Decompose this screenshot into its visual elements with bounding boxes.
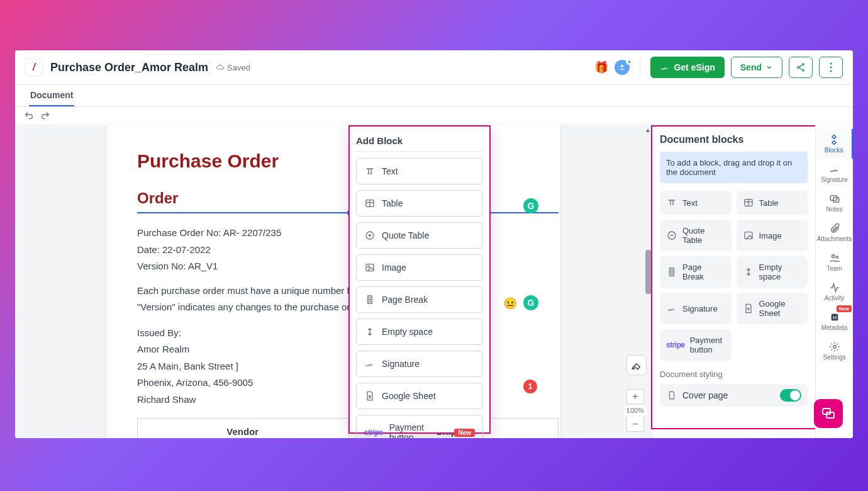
svg-rect-13	[745, 232, 752, 239]
block-payment-button[interactable]: stripe Payment button	[660, 329, 732, 361]
chevron-down-icon	[765, 64, 773, 71]
image-icon	[743, 230, 754, 241]
quote-table-icon	[364, 230, 376, 241]
paint-bucket-button[interactable]	[626, 355, 647, 375]
new-badge: New	[454, 429, 475, 437]
popup-item-empty-space[interactable]: Empty space	[356, 319, 483, 345]
svg-point-4	[830, 63, 832, 65]
scrollbar-thumb[interactable]	[645, 250, 652, 294]
new-badge: New	[837, 305, 852, 312]
gift-icon[interactable]: 🎁	[594, 60, 608, 74]
popup-item-page-break[interactable]: Page Break	[356, 286, 483, 313]
text-icon	[666, 197, 677, 208]
block-signature[interactable]: Signature	[660, 293, 732, 324]
table-icon	[743, 197, 754, 208]
emoji-neutral-icon[interactable]: 😐	[503, 296, 517, 310]
popup-item-google-sheet[interactable]: Google Sheet	[356, 383, 483, 409]
styling-header: Document styling	[660, 370, 808, 379]
block-image[interactable]: Image	[737, 220, 808, 251]
rail-notes[interactable]: Notes	[816, 188, 853, 218]
app-logo: /	[25, 59, 43, 76]
redo-button[interactable]	[40, 111, 50, 121]
empty-space-icon	[743, 266, 754, 278]
activity-icon	[829, 282, 840, 293]
popup-item-signature[interactable]: Signature	[356, 351, 483, 377]
undo-button[interactable]	[24, 111, 34, 121]
title-bar-actions: 🎁 Get eSign Send	[594, 57, 843, 78]
svg-point-20	[833, 346, 836, 349]
error-badge[interactable]: 1	[523, 380, 537, 393]
svg-point-16	[832, 255, 835, 258]
svg-point-2	[798, 67, 799, 69]
add-block-popup: Add Block Text Table Quote Table Image	[348, 125, 491, 434]
paperclip-icon	[829, 223, 840, 234]
tab-document[interactable]: Document	[29, 85, 74, 106]
stripe-icon: stripe	[364, 428, 383, 437]
svg-point-3	[803, 69, 804, 71]
right-rail: Blocks Signature Notes Attachments Team …	[815, 125, 853, 438]
svg-text:M: M	[832, 315, 836, 320]
chat-fab[interactable]	[814, 399, 843, 428]
empty-space-icon	[364, 326, 376, 337]
scroll-up-icon[interactable]: ▲	[645, 127, 651, 133]
rail-metadata[interactable]: New M Metadata	[816, 307, 853, 336]
google-sheet-icon	[364, 390, 376, 402]
text-icon	[364, 166, 376, 177]
rail-activity[interactable]: Activity	[816, 277, 853, 307]
block-page-break[interactable]: Page Break	[660, 256, 732, 288]
grammarly-icon[interactable]: G	[523, 295, 538, 310]
block-google-sheet[interactable]: Google Sheet	[737, 293, 808, 324]
document-canvas[interactable]: ▲ Purchase Order Order Purchase Order No…	[15, 125, 652, 438]
popup-title: Add Block	[356, 135, 483, 152]
svg-point-5	[830, 67, 832, 69]
share-button[interactable]	[789, 57, 813, 78]
title-bar: / Purchase Order_Amor Realm Saved 🎁 Get …	[15, 50, 853, 85]
block-table[interactable]: Table	[737, 191, 808, 215]
grammarly-icon[interactable]: G	[523, 198, 538, 213]
rail-team[interactable]: Team	[816, 247, 853, 277]
vendor-table[interactable]: Vendor Ship To	[137, 418, 559, 438]
tabs: Document	[15, 85, 853, 107]
popup-item-quote-table[interactable]: Quote Table	[356, 222, 483, 249]
signature-icon	[666, 303, 677, 314]
get-esign-button[interactable]: Get eSign	[650, 57, 724, 78]
block-quote-table[interactable]: Quote Table	[660, 220, 732, 251]
gear-icon	[829, 341, 840, 353]
popup-item-text[interactable]: Text	[356, 158, 483, 184]
team-icon	[829, 252, 840, 264]
add-user-button[interactable]	[615, 60, 630, 75]
zoom-out-button[interactable]: −	[626, 417, 644, 432]
document-title: Purchase Order_Amor Realm	[50, 61, 208, 74]
stripe-icon: stripe	[666, 341, 685, 349]
svg-point-6	[830, 71, 832, 72]
popup-item-image[interactable]: Image	[356, 254, 483, 281]
cover-page-toggle[interactable]	[780, 389, 801, 402]
send-button[interactable]: Send	[731, 57, 782, 78]
blocks-icon	[828, 134, 840, 145]
popup-item-table[interactable]: Table	[356, 190, 483, 217]
block-empty-space[interactable]: Empty space	[737, 256, 808, 288]
page-break-icon	[364, 294, 376, 305]
zoom-in-button[interactable]: +	[626, 389, 644, 404]
svg-rect-9	[366, 264, 374, 271]
rail-blocks[interactable]: Blocks	[816, 129, 853, 159]
block-grid: Text Table Quote Table Image Page Break	[660, 191, 808, 361]
page-break-icon	[666, 266, 677, 278]
zoom-level: 100%	[624, 405, 647, 415]
svg-point-1	[803, 64, 804, 65]
history-toolbar	[15, 107, 853, 125]
rail-settings[interactable]: Settings	[816, 336, 853, 366]
rail-attachments[interactable]: Attachments	[816, 218, 853, 247]
page-icon	[666, 390, 677, 401]
th-vendor: Vendor	[138, 419, 348, 439]
app-window: / Purchase Order_Amor Realm Saved 🎁 Get …	[15, 50, 853, 438]
metadata-icon: M	[829, 312, 840, 323]
rail-signature[interactable]: Signature	[816, 159, 853, 188]
document-page[interactable]: Purchase Order Order Purchase Order No: …	[107, 125, 560, 438]
popup-item-payment-button[interactable]: stripe Payment button New	[356, 415, 483, 438]
main-content: ▲ Purchase Order Order Purchase Order No…	[15, 125, 853, 438]
notes-icon	[829, 193, 840, 205]
block-text[interactable]: Text	[660, 191, 732, 215]
more-menu-button[interactable]	[819, 57, 843, 78]
svg-point-17	[836, 256, 838, 258]
